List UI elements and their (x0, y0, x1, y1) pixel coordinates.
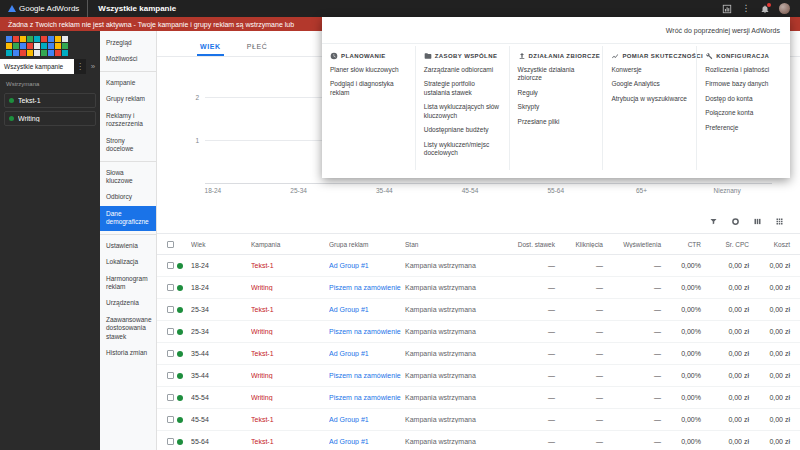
notification-badge (767, 3, 771, 7)
sidebar-item-reklamy-i-rozszerzenia[interactable]: Reklamy i rozszerzenia (100, 108, 156, 133)
adgroup-link[interactable]: Piszem na zamówienie (329, 372, 405, 379)
koszt-cell: 0,00 zł (751, 394, 800, 401)
avatar[interactable] (779, 3, 790, 14)
notifications-icon[interactable] (760, 4, 770, 14)
back-to-previous-link[interactable]: Wróć do poprzedniej wersji AdWords (666, 27, 780, 34)
status-enabled-icon (177, 373, 183, 379)
sidebar-item-grupy-reklam[interactable]: Grupy reklam (100, 91, 156, 107)
tools-menu-item[interactable]: Google Analytics (611, 80, 688, 88)
status-enabled-icon (177, 417, 183, 423)
top-bar: Google AdWords Wszystkie kampanie ⋮ (0, 0, 800, 17)
tools-menu-item[interactable]: Firmowe bazy danych (705, 80, 782, 88)
tools-menu-item[interactable]: Dostęp do konta (705, 95, 782, 103)
adgroup-link[interactable]: Piszem na zamówienie (329, 394, 405, 401)
row-checkbox[interactable] (167, 394, 174, 401)
sidebar-item-lokalizacja[interactable]: Lokalizacja (100, 254, 156, 270)
setup-icon (705, 52, 713, 60)
sidebar-item-harmonogram-reklam[interactable]: Harmonogram reklam (100, 271, 156, 296)
row-checkbox[interactable] (167, 262, 174, 269)
adgroup-link[interactable]: Ad Group #1 (329, 262, 405, 269)
status-enabled-icon (177, 395, 183, 401)
select-all-checkbox[interactable] (167, 241, 174, 248)
cpc-cell: 0,00 zł (703, 328, 751, 335)
wysw-cell: — (605, 350, 663, 357)
adgroup-link[interactable]: Ad Group #1 (329, 438, 405, 445)
tools-menu-item[interactable]: Przesłane pliki (518, 118, 595, 126)
tab-wiek[interactable]: WIEK (197, 43, 224, 56)
campaign-link[interactable]: Tekst-1 (251, 306, 329, 313)
tools-menu-item[interactable]: Zarządzanie odbiorcami (424, 66, 501, 74)
tools-menu-item[interactable]: Planer słów kluczowych (330, 66, 407, 74)
koszt-cell: 0,00 zł (751, 262, 800, 269)
campaign-link[interactable]: Writing (251, 394, 329, 401)
adgroup-link[interactable]: Piszem na zamówienie (329, 284, 405, 291)
cpc-cell: 0,00 zł (703, 416, 751, 423)
sidebar-item-przeglad[interactable]: Przegląd (100, 35, 156, 51)
tools-menu-item[interactable]: Atrybucja w wyszukiwarce (611, 95, 688, 103)
row-checkbox[interactable] (167, 350, 174, 357)
tools-menu-item[interactable]: Konwersje (611, 66, 688, 74)
tools-menu-item[interactable]: Wszystkie działania zbiorcze (518, 66, 595, 83)
klik-cell: — (557, 350, 605, 357)
tools-menu-item[interactable]: Preferencje (705, 124, 782, 132)
tools-menu-item[interactable]: Reguły (518, 89, 595, 97)
sidebar-item-odbiorcy[interactable]: Odbiorcy (100, 189, 156, 205)
tools-menu-item[interactable]: Rozliczenia i płatności (705, 66, 782, 74)
reports-icon[interactable] (722, 4, 732, 14)
adgroup-link[interactable]: Ad Group #1 (329, 306, 405, 313)
row-checkbox[interactable] (167, 328, 174, 335)
all-campaigns-item[interactable]: Wszystkie kampanie (0, 59, 74, 74)
col-header: Dost. stawek (503, 241, 557, 248)
cpc-cell: 0,00 zł (703, 372, 751, 379)
brand: Google AdWords (0, 4, 87, 13)
row-checkbox[interactable] (167, 284, 174, 291)
age-cell: 25-34 (191, 328, 251, 335)
campaign-link[interactable]: Tekst-1 (251, 416, 329, 423)
tools-menu-item[interactable]: Listy wykluczeń/miejsc docelowych (424, 141, 501, 158)
row-checkbox[interactable] (167, 416, 174, 423)
tools-menu-item[interactable]: Podgląd i diagnostyka reklam (330, 80, 407, 97)
klik-cell: — (557, 394, 605, 401)
columns-icon[interactable] (753, 212, 762, 230)
campaign-link[interactable]: Writing (251, 328, 329, 335)
tools-menu-item[interactable]: Połączone konta (705, 109, 782, 117)
campaign-link[interactable]: Writing (251, 372, 329, 379)
campaign-item[interactable]: Writing (4, 111, 96, 126)
tools-menu-item[interactable]: Lista wykluczających słów kluczowych (424, 103, 501, 120)
campaign-link[interactable]: Tekst-1 (251, 350, 329, 357)
campaign-more-icon[interactable]: ⋮ (74, 59, 86, 74)
sidebar-item-strony-docelowe[interactable]: Strony docelowe (100, 133, 156, 158)
sidebar-item-kampanie[interactable]: Kampanie (100, 75, 156, 91)
filter-icon[interactable] (709, 212, 718, 230)
col-header: Kliknięcia (557, 241, 605, 248)
sidebar-item-dane-demograficzne[interactable]: Dane demograficzne (100, 206, 156, 231)
tab-plec[interactable]: PŁEĆ (244, 43, 271, 56)
sidebar-item-historia-zmian[interactable]: Historia zmian (100, 345, 156, 361)
grid-icon[interactable] (775, 212, 784, 230)
segment-icon[interactable] (731, 212, 740, 230)
adgroup-link[interactable]: Ad Group #1 (329, 350, 405, 357)
adgroup-link[interactable]: Ad Group #1 (329, 416, 405, 423)
row-checkbox[interactable] (167, 372, 174, 379)
row-checkbox[interactable] (167, 306, 174, 313)
collapse-sidebar-icon[interactable]: » (86, 59, 100, 74)
sidebar-item-slowa-kluczowe[interactable]: Słowa kluczowe (100, 165, 156, 190)
campaign-link[interactable]: Writing (251, 284, 329, 291)
tools-menu-item[interactable]: Udostępniane budżety (424, 126, 501, 134)
tools-menu-item[interactable]: Skrypty (518, 103, 595, 111)
y-axis-label: 1 (185, 137, 199, 144)
tools-menu-item[interactable]: Strategie portfolio ustalania stawek (424, 80, 501, 97)
row-checkbox[interactable] (167, 438, 174, 445)
more-vert-icon[interactable]: ⋮ (741, 4, 751, 14)
campaign-item[interactable]: Tekst-1 (4, 93, 96, 108)
adgroup-link[interactable]: Piszem na zamówienie (329, 328, 405, 335)
sidebar-item-mozliwosci[interactable]: Możliwości (100, 51, 156, 67)
sidebar-item-urzadzenia[interactable]: Urządzenia (100, 295, 156, 311)
campaign-link[interactable]: Tekst-1 (251, 262, 329, 269)
campaign-link[interactable]: Tekst-1 (251, 438, 329, 445)
sidebar-item-ustawienia[interactable]: Ustawienia (100, 238, 156, 254)
sidebar-item-zaawansowane-dostosowania-stawek[interactable]: Zaawansowane dostosowania stawek (100, 312, 156, 345)
cpc-cell: 0,00 zł (703, 394, 751, 401)
cpc-cell: 0,00 zł (703, 284, 751, 291)
status-cell: Kampania wstrzymana (405, 328, 503, 335)
